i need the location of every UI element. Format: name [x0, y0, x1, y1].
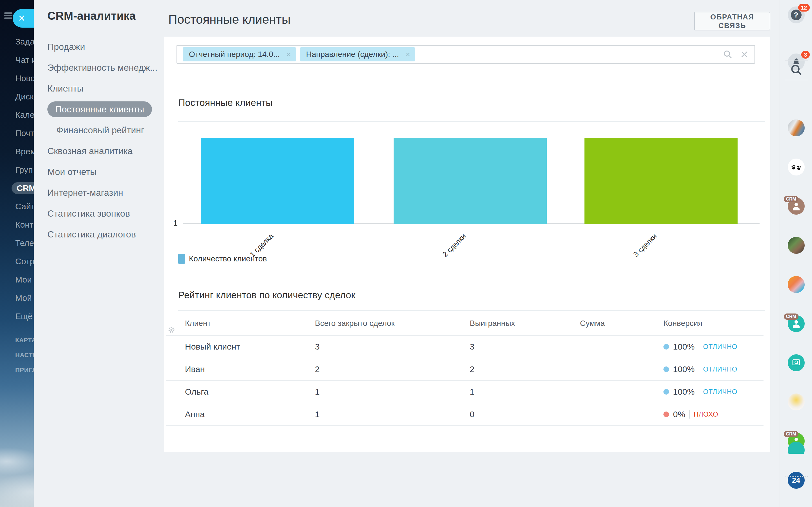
- column-header-client[interactable]: Клиент: [185, 311, 211, 335]
- table-row[interactable]: Ольга 1 1 100% ОТЛИЧНО: [166, 380, 763, 403]
- client-name: Иван: [185, 358, 205, 380]
- table-header-row: Клиент Всего закрыто сделок Выигранных С…: [166, 311, 763, 335]
- bar-3-deals[interactable]: [585, 138, 738, 224]
- rail-item-groups[interactable]: Груп: [15, 165, 34, 174]
- avatar-screen-search[interactable]: [788, 354, 805, 371]
- rail-item-sitemap[interactable]: КАРТА: [15, 337, 34, 344]
- rail-item-contact-center[interactable]: Конт: [15, 220, 34, 229]
- rail-item-more[interactable]: Ещё: [15, 312, 34, 321]
- clear-filter-icon[interactable]: [740, 50, 749, 59]
- column-header-conversion[interactable]: Конверсия: [663, 311, 702, 335]
- rail-item-drive[interactable]: Диск: [15, 92, 34, 101]
- won-value: 1: [470, 381, 474, 403]
- rail-item-my-1[interactable]: Мои: [15, 275, 34, 284]
- status-badge: ОТЛИЧНО: [703, 343, 737, 351]
- app-window: × Зада Чат и Ново Диск Кале Почт Врем Гр…: [0, 0, 812, 507]
- column-header-total-closed[interactable]: Всего закрыто сделок: [315, 311, 395, 335]
- won-value: 2: [470, 358, 474, 380]
- sidebar-menu: Продажи Эффективность менедж... Клиенты …: [47, 42, 160, 250]
- rail-item-employees[interactable]: Сотр: [15, 257, 34, 266]
- client-name: Анна: [185, 403, 205, 425]
- rail-item-chat[interactable]: Чат и: [15, 55, 34, 64]
- rail-item-mail[interactable]: Почт: [15, 129, 34, 138]
- rail-item-calendar[interactable]: Кале: [15, 110, 34, 119]
- avatar[interactable]: [788, 119, 805, 136]
- avatar[interactable]: [788, 237, 805, 254]
- table-row[interactable]: Иван 2 2 100% ОТЛИЧНО: [166, 358, 763, 380]
- column-header-won[interactable]: Выигранных: [470, 311, 515, 335]
- close-menu-button[interactable]: ×: [13, 9, 34, 27]
- crm-analytics-sidebar: CRM-аналитика Продажи Эффективность мене…: [34, 0, 164, 507]
- menu-icon[interactable]: [4, 12, 12, 19]
- filter-tag-direction[interactable]: Направление (сделки): ... ×: [300, 47, 415, 61]
- rail-item-news[interactable]: Ново: [15, 74, 34, 83]
- right-toolbar: ? 12 3 CRM: [779, 0, 812, 507]
- page-title: Постоянные клиенты: [168, 12, 291, 26]
- conversion-cell: 100% ОТЛИЧНО: [663, 381, 737, 403]
- avatar-crm-contact[interactable]: CRM: [788, 198, 805, 215]
- sidebar-item-clients[interactable]: Клиенты: [47, 83, 160, 94]
- sidebar-item-end-to-end-analytics[interactable]: Сквозная аналитика: [47, 146, 160, 156]
- sidebar-item-repeat-clients-active[interactable]: Постоянные клиенты: [47, 101, 152, 117]
- conversion-percent: 100%: [673, 342, 695, 351]
- table-row[interactable]: Новый клиент 3 3 100% ОТЛИЧНО: [166, 335, 763, 358]
- filter-tag-direction-label: Направление (сделки): ...: [306, 50, 399, 59]
- filter-search-bar[interactable]: Отчетный период: 14.0... × Направление (…: [176, 45, 755, 64]
- status-dot: [663, 389, 669, 395]
- clients-rating-table: Клиент Всего закрыто сделок Выигранных С…: [166, 311, 763, 426]
- rail-item-crm-active[interactable]: CRM: [11, 182, 34, 194]
- sidebar-item-financial-rating[interactable]: Финансовый рейтинг: [56, 125, 160, 135]
- avatar-bitrix24[interactable]: 24: [788, 472, 805, 489]
- search-icon[interactable]: [723, 50, 732, 59]
- rail-item-configure[interactable]: НАСТР: [15, 352, 34, 358]
- help-button[interactable]: ? 12: [788, 6, 805, 23]
- rail-item-my-2[interactable]: Мой: [15, 293, 34, 302]
- column-header-sum[interactable]: Сумма: [580, 311, 605, 335]
- person-icon: [791, 201, 801, 211]
- client-name: Ольга: [185, 381, 208, 403]
- sidebar-item-online-store[interactable]: Интернет-магазин: [47, 187, 160, 198]
- status-badge: ОТЛИЧНО: [703, 388, 737, 396]
- sidebar-item-dialog-statistics[interactable]: Статистика диалогов: [47, 229, 160, 239]
- rail-footer-menu: КАРТА НАСТР ПРИГЛ: [15, 337, 34, 382]
- bar-1-deal[interactable]: [201, 138, 354, 224]
- status-badge: ОТЛИЧНО: [703, 365, 737, 373]
- conversion-percent: 100%: [673, 387, 695, 397]
- filter-tag-period[interactable]: Отчетный период: 14.0... ×: [183, 47, 296, 61]
- filter-tag-period-label: Отчетный период: 14.0...: [189, 50, 280, 59]
- person-icon: [791, 319, 801, 329]
- sidebar-item-manager-efficiency[interactable]: Эффективность менедж...: [47, 62, 160, 73]
- sidebar-item-call-statistics[interactable]: Статистика звонков: [47, 209, 160, 219]
- remove-filter-icon[interactable]: ×: [406, 50, 410, 59]
- avatar-paws[interactable]: [788, 159, 805, 175]
- content-panel: Отчетный период: 14.0... × Направление (…: [164, 37, 770, 452]
- main-navigation-rail: × Зада Чат и Ново Диск Кале Почт Врем Гр…: [0, 0, 34, 507]
- global-search-button[interactable]: [790, 63, 803, 77]
- rail-item-telephony[interactable]: Теле: [15, 238, 34, 247]
- avatar[interactable]: [788, 276, 805, 293]
- status-dot: [663, 411, 669, 417]
- notification-badge: 3: [801, 51, 809, 59]
- sidebar-item-my-reports[interactable]: Мои отчеты: [47, 167, 160, 177]
- avatar[interactable]: [788, 393, 805, 410]
- chart-legend[interactable]: Количество клиентов: [178, 254, 267, 264]
- sidebar-item-sales[interactable]: Продажи: [47, 42, 160, 52]
- avatar-crm-contact[interactable]: CRM: [788, 315, 805, 332]
- bar-2-deals[interactable]: [394, 138, 547, 224]
- conversion-percent: 0%: [673, 409, 685, 419]
- rail-item-invite[interactable]: ПРИГЛ: [15, 367, 34, 374]
- remove-filter-icon[interactable]: ×: [287, 50, 291, 59]
- crm-badge: CRM: [784, 431, 799, 437]
- crm-badge: CRM: [784, 196, 799, 202]
- table-row[interactable]: Анна 1 0 0% ПЛОХО: [166, 403, 763, 426]
- table-section-title: Рейтинг клиентов по количеству сделок: [178, 290, 355, 300]
- b24-label: 24: [792, 476, 800, 485]
- feedback-button[interactable]: ОБРАТНАЯ СВЯЗЬ: [694, 12, 770, 31]
- rail-item-time[interactable]: Врем: [15, 147, 34, 156]
- avatar-partial[interactable]: [788, 442, 805, 454]
- x-axis-label: 1 сделка: [209, 232, 275, 298]
- paw-icon: [791, 163, 802, 171]
- rail-item-tasks[interactable]: Зада: [15, 37, 34, 46]
- divider: [689, 410, 690, 418]
- rail-item-sites[interactable]: Сайт: [15, 202, 34, 211]
